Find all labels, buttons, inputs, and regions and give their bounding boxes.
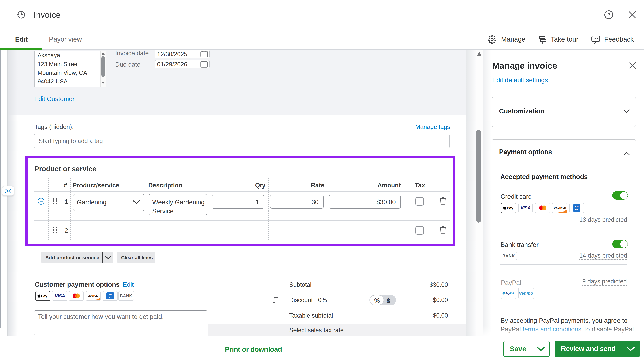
svg-text:PayPal: PayPal — [506, 292, 514, 295]
svg-text:Pay: Pay — [507, 206, 513, 210]
svg-text:VER: VER — [95, 295, 100, 297]
svg-text:?: ? — [607, 12, 610, 17]
svg-text:DISC: DISC — [554, 206, 560, 209]
svg-text:VER: VER — [561, 206, 566, 209]
svg-text:Pay: Pay — [41, 294, 47, 298]
svg-text:DISC: DISC — [88, 295, 93, 297]
svg-text:AM: AM — [575, 205, 578, 208]
svg-text:EX: EX — [108, 296, 112, 299]
svg-text:AM: AM — [108, 293, 112, 296]
svg-text:EX: EX — [575, 208, 578, 211]
